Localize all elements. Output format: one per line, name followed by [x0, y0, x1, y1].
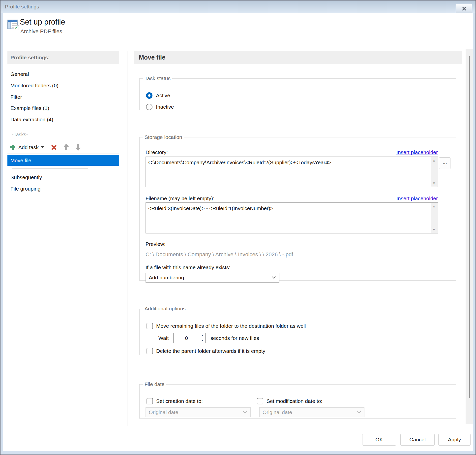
radio-active-row[interactable]: Active: [146, 92, 170, 99]
check-badge-icon: [14, 25, 19, 30]
plus-icon: [10, 144, 16, 150]
sidebar-item-general[interactable]: General: [10, 70, 29, 78]
creation-date-selected-value: Original date: [149, 408, 178, 417]
sidebar-item-subsequently[interactable]: Subsequently: [10, 174, 42, 181]
tasks-toolbar: Add task: [7, 141, 119, 154]
radio-inactive-row[interactable]: Inactive: [146, 104, 174, 110]
chevron-down-icon: [243, 410, 247, 414]
sidebar-header: Profile settings:: [7, 51, 119, 64]
sidebar-item-example-files[interactable]: Example files (1): [10, 104, 49, 112]
radio-unselected-icon[interactable]: [146, 104, 152, 110]
scroll-up-icon[interactable]: [431, 204, 437, 208]
close-button[interactable]: [456, 4, 472, 13]
task-panel-header: Move file: [134, 51, 462, 64]
sidebar-item-data-extraction[interactable]: Data extraction (4): [10, 116, 53, 123]
textbox-scrollbar[interactable]: [431, 203, 437, 233]
file-exists-select[interactable]: Add numbering: [146, 273, 279, 283]
wait-seconds-stepper[interactable]: 0: [173, 333, 206, 343]
task-item-move-file-selected[interactable]: Move file: [7, 155, 119, 166]
set-creation-date-label: Set creation date to:: [156, 398, 203, 404]
checkbox-unchecked-icon[interactable]: [147, 348, 153, 354]
scrollbar-thumb[interactable]: [469, 56, 470, 398]
page-subtitle: Archive PDF files: [20, 28, 62, 35]
vertical-scrollbar[interactable]: [466, 49, 473, 424]
profile-window-icon: [7, 19, 19, 30]
scroll-down-icon[interactable]: [431, 228, 437, 231]
textbox-scrollbar[interactable]: [431, 157, 437, 187]
spin-down-button[interactable]: [199, 338, 205, 343]
footer-divider: [4, 426, 473, 426]
add-task-label: Add task: [18, 144, 39, 150]
panel-divider: [127, 51, 127, 426]
set-modification-date-checkbox-row[interactable]: Set modification date to:: [257, 398, 322, 404]
file-date-legend: File date: [143, 381, 166, 387]
move-task-down-button[interactable]: [75, 144, 81, 151]
delete-task-button[interactable]: [51, 144, 57, 151]
task-list-divider: [12, 168, 88, 169]
cancel-button[interactable]: Cancel: [400, 434, 435, 446]
arrow-up-icon: [63, 144, 69, 147]
additional-options-group: Additional options Move remaining files …: [139, 306, 456, 355]
arrow-down-icon: [77, 144, 79, 148]
delete-parent-label: Delete the parent folder afterwards if i…: [156, 348, 265, 354]
sidebar-header-label: Profile settings:: [10, 51, 50, 64]
task-panel-title: Move file: [139, 51, 165, 64]
directory-label: Directory:: [146, 149, 168, 156]
spin-up-button[interactable]: [199, 333, 205, 338]
scroll-down-icon[interactable]: [431, 181, 437, 185]
checkbox-unchecked-icon[interactable]: [257, 398, 263, 404]
sidebar-item-file-grouping[interactable]: File grouping: [10, 185, 40, 193]
wait-seconds-value[interactable]: 0: [174, 333, 199, 343]
sidebar-item-monitored-folders[interactable]: Monitored folders (0): [10, 82, 59, 89]
task-status-legend: Task status: [143, 75, 172, 81]
add-task-button[interactable]: Add task: [10, 144, 44, 150]
directory-value: C:\Documents\Company\Archive\Invoices\<R…: [148, 159, 428, 166]
wait-label: Wait: [158, 333, 169, 343]
insert-placeholder-link-directory[interactable]: Insert placeholder: [396, 149, 438, 156]
delete-parent-checkbox-row[interactable]: Delete the parent folder afterwards if i…: [147, 348, 265, 354]
storage-location-legend: Storage location: [143, 134, 184, 140]
sidebar-item-filter[interactable]: Filter: [10, 93, 22, 101]
task-status-group: Task status Active Inactive: [139, 75, 456, 110]
move-remaining-label: Move remaining files of the folder to th…: [156, 323, 306, 329]
icon-window-sidebar: [8, 22, 11, 29]
titlebar: Profile settings: [0, 0, 476, 13]
filename-label: Filename (may be left empty):: [146, 195, 214, 202]
page-title: Set up profile: [20, 17, 65, 27]
arrow-up-icon: [65, 147, 67, 150]
modification-date-selected-value: Original date: [263, 408, 292, 417]
file-exists-label: If a file with this name already exists:: [146, 264, 230, 271]
checkbox-unchecked-icon[interactable]: [147, 323, 153, 329]
directory-input[interactable]: C:\Documents\Company\Archive\Invoices\<R…: [146, 157, 438, 187]
chevron-down-icon: [272, 275, 276, 279]
arrow-down-icon: [75, 148, 81, 151]
wait-suffix-label: seconds for new files: [210, 333, 259, 343]
checkbox-unchecked-icon[interactable]: [147, 398, 153, 404]
insert-placeholder-link-filename[interactable]: Insert placeholder: [396, 195, 438, 202]
preview-label: Preview:: [146, 240, 166, 248]
storage-location-group: Storage location Directory: Insert place…: [139, 134, 456, 281]
apply-button[interactable]: Apply: [438, 434, 471, 446]
window-title: Profile settings: [5, 4, 39, 10]
move-task-up-button[interactable]: [63, 144, 69, 151]
radio-inactive-label: Inactive: [156, 104, 174, 110]
set-creation-date-checkbox-row[interactable]: Set creation date to:: [147, 398, 203, 404]
preview-value: C: \ Documents \ Company \ Archive \ Inv…: [146, 251, 293, 258]
filename-input[interactable]: <RuleId:3(InvoiceDate)> - <RuleId:1(Invo…: [146, 202, 438, 233]
filename-value: <RuleId:3(InvoiceDate)> - <RuleId:1(Invo…: [148, 205, 428, 212]
set-modification-date-label: Set modification date to:: [267, 398, 322, 404]
chevron-down-icon: [357, 410, 361, 414]
scroll-up-icon[interactable]: [431, 159, 437, 162]
file-date-group: File date Set creation date to: Set modi…: [139, 381, 456, 419]
creation-date-select[interactable]: Original date: [146, 407, 251, 417]
icon-window-dots: [8, 21, 13, 21]
radio-active-label: Active: [156, 93, 170, 98]
modification-date-select[interactable]: Original date: [259, 407, 364, 417]
browse-directory-button[interactable]: ...: [439, 157, 450, 169]
radio-selected-icon[interactable]: [146, 92, 152, 99]
stepper-buttons: [199, 333, 205, 343]
file-exists-selected-value: Add numbering: [149, 273, 184, 282]
move-remaining-checkbox-row[interactable]: Move remaining files of the folder to th…: [147, 323, 306, 329]
additional-options-legend: Additional options: [143, 306, 187, 312]
ok-button[interactable]: OK: [362, 434, 396, 446]
